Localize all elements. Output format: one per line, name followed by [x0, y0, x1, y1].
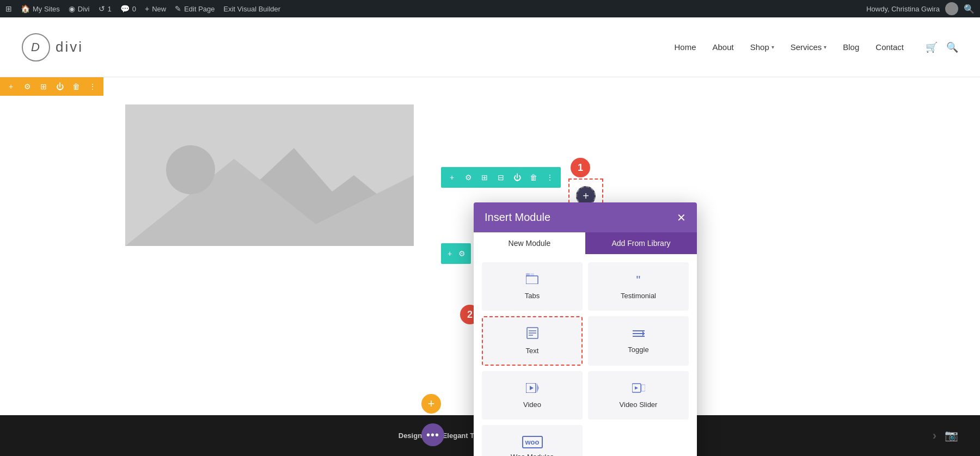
nav-icons: 🛒 🔍 [926, 41, 958, 53]
toggle-icon [633, 327, 645, 341]
footer-instagram-icon: 📷 [945, 429, 958, 443]
modal-header: Insert Module ✕ [474, 202, 697, 232]
toggle-label: Toggle [628, 346, 648, 354]
module-text[interactable]: Text [482, 316, 583, 366]
insert-module-modal: Insert Module ✕ New Module Add From Libr… [474, 202, 697, 456]
svg-marker-20 [635, 386, 638, 390]
svg-rect-19 [641, 385, 645, 391]
tabs-icon [526, 273, 539, 287]
wp-logo-icon: ⊞ [5, 4, 12, 13]
video-slider-label: Video Slider [620, 400, 658, 409]
admin-comments[interactable]: 💬 0 [120, 4, 136, 13]
module-video[interactable]: Video [482, 371, 583, 420]
add-module-button-1[interactable]: + [446, 172, 457, 183]
module-testimonial[interactable]: " Testimonial [588, 262, 689, 311]
admin-my-sites[interactable]: 🏠 My Sites [21, 4, 60, 13]
modal-tabs: New Module Add From Library [474, 232, 697, 254]
testimonial-icon: " [636, 273, 641, 287]
more-options-button[interactable]: ••• [421, 423, 444, 446]
modal-close-button[interactable]: ✕ [677, 212, 686, 223]
video-icon [526, 382, 539, 396]
logo-circle: D [22, 33, 50, 61]
row-toolbar-mid2: + ⚙ [441, 243, 471, 264]
sites-icon: 🏠 [21, 4, 30, 13]
row-toolbar-top: + ⚙ ⊞ ⏻ 🗑 ⋮ [0, 77, 103, 96]
module-video-slider[interactable]: Video Slider [588, 371, 689, 420]
delete-row-button[interactable]: 🗑 [71, 81, 82, 92]
text-icon [526, 327, 538, 342]
more-module-button-1[interactable]: ⋮ [544, 172, 555, 183]
settings-row-button[interactable]: ⚙ [22, 81, 33, 92]
admin-wp-icon[interactable]: ⊞ [5, 4, 12, 13]
admin-bar-right: Howdy, Christina Gwira 🔍 [866, 2, 975, 15]
site-logo[interactable]: D divi [22, 33, 83, 61]
woo-icon: woo [522, 436, 543, 448]
power-row-button[interactable]: ⏻ [54, 81, 65, 92]
search-icon[interactable]: 🔍 [964, 4, 975, 14]
svg-rect-6 [530, 273, 534, 276]
svg-rect-4 [526, 276, 538, 284]
text-label: Text [526, 347, 539, 355]
tab-new-module[interactable]: New Module [474, 232, 585, 254]
video-label: Video [523, 400, 541, 409]
duplicate-row-button[interactable]: ⊞ [38, 81, 49, 92]
power-module-button-1[interactable]: ⏻ [512, 172, 523, 183]
cart-icon[interactable]: 🛒 [926, 41, 938, 53]
columns-module-button-1[interactable]: ⊟ [495, 172, 506, 183]
video-slider-icon [632, 382, 645, 396]
add-module-button-2[interactable]: + [446, 248, 453, 259]
divi-icon: ◉ [69, 4, 75, 13]
admin-divi[interactable]: ◉ Divi [69, 4, 90, 13]
nav-blog[interactable]: Blog [843, 42, 859, 52]
modules-grid: Tabs " Testimonial [482, 262, 689, 456]
site-header: D divi Home About Shop ▾ Services ▾ Blog… [0, 17, 980, 77]
svg-point-3 [166, 145, 215, 194]
services-chevron-icon: ▾ [824, 44, 826, 50]
admin-exit-builder[interactable]: Exit Visual Builder [224, 5, 281, 13]
svg-marker-14 [642, 331, 645, 336]
add-row-button[interactable]: + [5, 81, 16, 92]
new-icon: + [145, 4, 149, 13]
settings-module-button-1[interactable]: ⚙ [463, 172, 474, 183]
module-tabs[interactable]: Tabs [482, 262, 583, 311]
badge-1: 1 [571, 158, 590, 177]
testimonial-label: Testimonial [621, 292, 656, 300]
nav-contact[interactable]: Contact [875, 42, 904, 52]
settings-module-button-2[interactable]: ⚙ [458, 248, 465, 259]
comments-icon: 💬 [120, 4, 130, 13]
woo-label: Woo Modules [511, 453, 554, 456]
module-toggle[interactable]: Toggle [588, 316, 689, 366]
add-section-button[interactable]: + [421, 394, 441, 414]
row-toolbar-mid1: + ⚙ ⊞ ⊟ ⏻ 🗑 ⋮ [441, 167, 561, 188]
footer-arrow-icon: › [933, 429, 936, 443]
duplicate-module-button-1[interactable]: ⊞ [479, 172, 490, 183]
nav-shop[interactable]: Shop ▾ [750, 42, 774, 52]
nav-services[interactable]: Services ▾ [791, 42, 827, 52]
svg-marker-16 [537, 383, 539, 393]
edit-icon: ✎ [175, 4, 181, 13]
image-placeholder [125, 104, 414, 246]
shop-chevron-icon: ▾ [771, 44, 774, 50]
modal-body: Tabs " Testimonial [474, 254, 697, 456]
tab-add-from-library[interactable]: Add From Library [585, 232, 697, 254]
search-nav-icon[interactable]: 🔍 [946, 41, 958, 53]
nav-home[interactable]: Home [674, 42, 696, 52]
modal-title: Insert Module [485, 211, 550, 224]
page-content: + ⚙ ⊞ ⏻ 🗑 ⋮ + ⚙ ⊞ ⊟ ⏻ 🗑 ⋮ 1 + + ⚙ [0, 77, 980, 456]
footer-icons: › 📷 [933, 429, 958, 443]
updates-icon: ↺ [99, 4, 105, 13]
admin-edit-page[interactable]: ✎ Edit Page [175, 4, 215, 13]
svg-rect-5 [526, 273, 530, 276]
admin-updates[interactable]: ↺ 1 [99, 4, 112, 13]
delete-module-button-1[interactable]: 🗑 [528, 172, 539, 183]
admin-bar: ⊞ 🏠 My Sites ◉ Divi ↺ 1 💬 0 + New ✎ Edit… [0, 0, 980, 17]
admin-new[interactable]: + New [145, 4, 166, 13]
tabs-label: Tabs [525, 292, 540, 300]
svg-marker-17 [530, 386, 534, 390]
module-woo[interactable]: woo Woo Modules [482, 425, 583, 456]
site-nav: Home About Shop ▾ Services ▾ Blog Contac… [674, 41, 958, 53]
avatar [945, 2, 958, 15]
nav-about[interactable]: About [712, 42, 733, 52]
more-row-button[interactable]: ⋮ [87, 81, 98, 92]
